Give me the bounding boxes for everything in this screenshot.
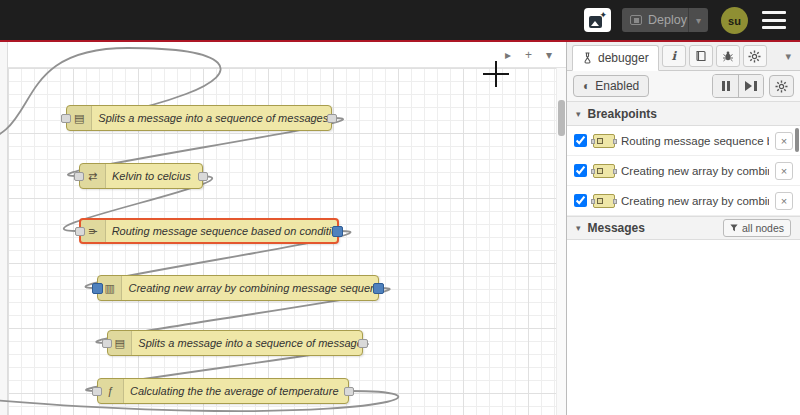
input-port[interactable] xyxy=(61,114,71,123)
deploy-label: Deploy xyxy=(648,13,688,27)
tab-scroll-right-icon[interactable]: ▸ xyxy=(505,48,511,62)
toggle-icon: ◐ xyxy=(583,79,590,93)
breakpoint-row: Creating new array by combining message … xyxy=(567,156,800,186)
breakpoint-row: Creating new array by combining message … xyxy=(567,186,800,216)
canvas-scrollbar[interactable] xyxy=(556,68,566,415)
breakpoint-checkbox[interactable] xyxy=(574,134,587,147)
sidebar-tabbar: debugger i ▾ xyxy=(567,42,800,71)
chevron-down-icon: ▾ xyxy=(576,109,581,119)
help-tab-button[interactable] xyxy=(689,45,713,67)
remove-breakpoint-button[interactable]: × xyxy=(775,162,793,180)
funnel-icon xyxy=(730,224,738,232)
breakpoint-checkbox[interactable] xyxy=(574,194,587,207)
output-port-breakpoint[interactable] xyxy=(373,283,384,294)
deploy-options-caret[interactable]: ▾ xyxy=(688,8,708,32)
breakpoints-title: Breakpoints xyxy=(588,107,657,121)
mini-node-icon xyxy=(593,164,615,178)
breakpoint-checkbox[interactable] xyxy=(574,164,587,177)
node-label: Splits a message into a sequence of mess… xyxy=(92,112,331,124)
pause-icon xyxy=(722,81,725,91)
flow-canvas[interactable]: ▸ + ▾ ▤ Splits a message into a sequence… xyxy=(0,42,566,415)
input-port-breakpoint[interactable] xyxy=(92,283,103,294)
input-port[interactable] xyxy=(92,387,102,396)
breakpoint-label: Creating new array by combining message … xyxy=(621,195,769,207)
tab-debugger-label: debugger xyxy=(598,51,649,65)
output-port[interactable] xyxy=(327,114,337,123)
pause-button[interactable] xyxy=(713,75,738,97)
node-split-2[interactable]: ▤ Splits a message into a sequence of me… xyxy=(107,330,363,356)
input-port[interactable] xyxy=(75,227,85,236)
hamburger-menu-icon[interactable] xyxy=(762,11,786,29)
node-kelvin-to-celcius[interactable]: ⇄ Kelvin to celcius xyxy=(79,163,203,189)
output-port[interactable] xyxy=(358,339,368,348)
node-label: Creating new array by combining message … xyxy=(122,282,378,294)
info-icon: i xyxy=(671,49,676,63)
breakpoint-label: Creating new array by combining message … xyxy=(621,165,769,177)
breakpoints-list: Routing message sequence based on condit… xyxy=(567,126,800,216)
breakpoint-row: Routing message sequence based on condit… xyxy=(567,126,800,156)
sidebar-collapse-icon[interactable]: ▾ xyxy=(781,50,795,63)
input-port[interactable] xyxy=(102,339,112,348)
input-port[interactable] xyxy=(74,172,84,181)
messages-empty-area xyxy=(567,240,800,380)
debugger-toolbar: ◐ Enabled xyxy=(567,71,800,102)
image-sparkle-icon: ✦ xyxy=(589,13,606,28)
gear-icon xyxy=(748,50,761,63)
debug-sidebar: debugger i ▾ ◐ En xyxy=(566,42,800,415)
message-filter-button[interactable]: all nodes xyxy=(723,219,791,237)
sidebar-scrollbar-thumb[interactable] xyxy=(795,128,799,152)
step-button[interactable] xyxy=(738,75,763,97)
output-port[interactable] xyxy=(344,387,354,396)
deploy-icon xyxy=(630,15,642,25)
debugger-flask-icon xyxy=(582,52,593,64)
messages-title: Messages xyxy=(588,221,645,235)
node-label: Kelvin to celcius xyxy=(106,170,197,182)
node-label: Routing message sequence based on condit… xyxy=(106,225,337,237)
node-join-array[interactable]: ▥ Creating new array by combining messag… xyxy=(97,275,379,301)
playback-controls xyxy=(712,74,764,98)
flow-tabbar: ▸ + ▾ xyxy=(8,42,566,68)
accent-divider xyxy=(0,40,800,42)
node-split-1[interactable]: ▤ Splits a message into a sequence of me… xyxy=(66,105,332,131)
settings-tab-button[interactable] xyxy=(743,45,767,67)
mini-node-icon xyxy=(593,134,615,148)
breakpoint-label: Routing message sequence based on condit… xyxy=(621,135,769,147)
tab-debugger[interactable]: debugger xyxy=(572,45,659,71)
output-port[interactable] xyxy=(198,172,208,181)
breakpoints-section-header[interactable]: ▾ Breakpoints xyxy=(567,102,800,126)
book-icon xyxy=(695,50,707,62)
scrollbar-thumb[interactable] xyxy=(558,100,565,136)
gear-icon xyxy=(775,80,788,93)
info-tab-button[interactable]: i xyxy=(662,45,686,67)
deploy-button[interactable]: Deploy ▾ xyxy=(622,8,708,32)
palette-edge xyxy=(0,42,8,415)
output-port-breakpoint[interactable] xyxy=(332,226,343,237)
bug-icon xyxy=(722,50,734,62)
flow-list-icon[interactable]: ▾ xyxy=(546,48,552,62)
node-label: Calculating the the average of temperatu… xyxy=(124,385,345,397)
enabled-label: Enabled xyxy=(595,79,639,93)
user-avatar[interactable]: su xyxy=(721,7,748,34)
app-header: ✦ Deploy ▾ su xyxy=(0,0,800,40)
node-average-function[interactable]: ƒ Calculating the the average of tempera… xyxy=(97,378,349,404)
node-label: Splits a message into a sequence of mess… xyxy=(132,337,362,349)
debugger-settings-button[interactable] xyxy=(769,75,794,97)
mini-node-icon xyxy=(593,194,615,208)
chevron-down-icon: ▾ xyxy=(576,223,581,233)
step-icon xyxy=(745,81,752,91)
debug-messages-tab-button[interactable] xyxy=(716,45,740,67)
debugger-enabled-toggle[interactable]: ◐ Enabled xyxy=(573,75,649,97)
messages-section-header[interactable]: ▾ Messages all nodes xyxy=(567,216,800,240)
remove-breakpoint-button[interactable]: × xyxy=(775,132,793,150)
node-routing-switch[interactable]: ⋔ Routing message sequence based on cond… xyxy=(79,218,339,244)
add-flow-icon[interactable]: + xyxy=(525,48,532,62)
ai-export-button[interactable]: ✦ xyxy=(584,8,611,32)
remove-breakpoint-button[interactable]: × xyxy=(775,192,793,210)
filter-label: all nodes xyxy=(742,222,784,234)
